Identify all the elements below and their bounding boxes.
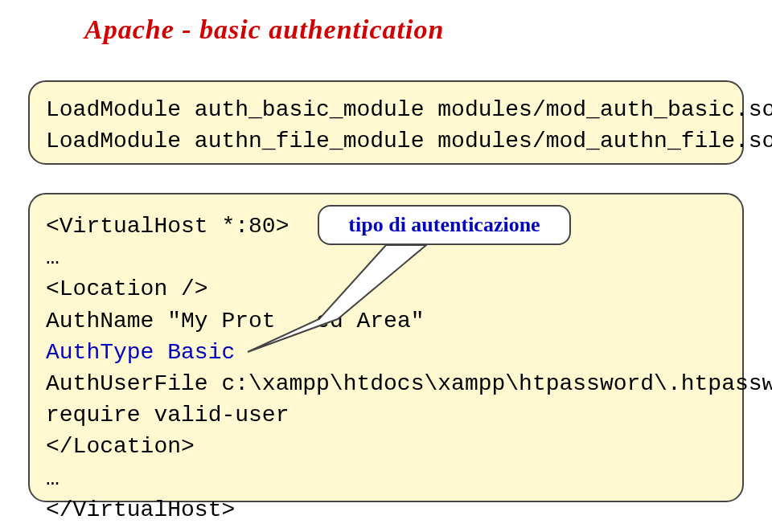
code-line: </VirtualHost>: [46, 494, 726, 526]
code-content-1: LoadModule auth_basic_module modules/mod…: [46, 94, 726, 157]
code-line: LoadModule auth_basic_module modules/mod…: [46, 94, 726, 125]
page-title: Apache - basic authentication: [84, 14, 772, 45]
callout-label: tipo di autenticazione: [318, 205, 571, 245]
code-box-loadmodule: LoadModule auth_basic_module modules/mod…: [28, 80, 744, 165]
code-line-highlight: AuthType Basic: [46, 337, 726, 368]
code-line: <Location />: [46, 273, 726, 305]
code-content-2: <VirtualHost *:80> … <Location /> AuthNa…: [46, 211, 726, 526]
code-line: LoadModule authn_file_module modules/mod…: [46, 125, 726, 157]
code-line: …: [46, 242, 726, 273]
code-line: AuthUserFile c:\xampp\htdocs\xampp\htpas…: [46, 368, 726, 399]
code-line: …: [46, 463, 726, 494]
code-line: AuthName "My Protected Area": [46, 305, 726, 337]
code-line: </Location>: [46, 431, 726, 462]
code-line: require valid-user: [46, 399, 726, 431]
